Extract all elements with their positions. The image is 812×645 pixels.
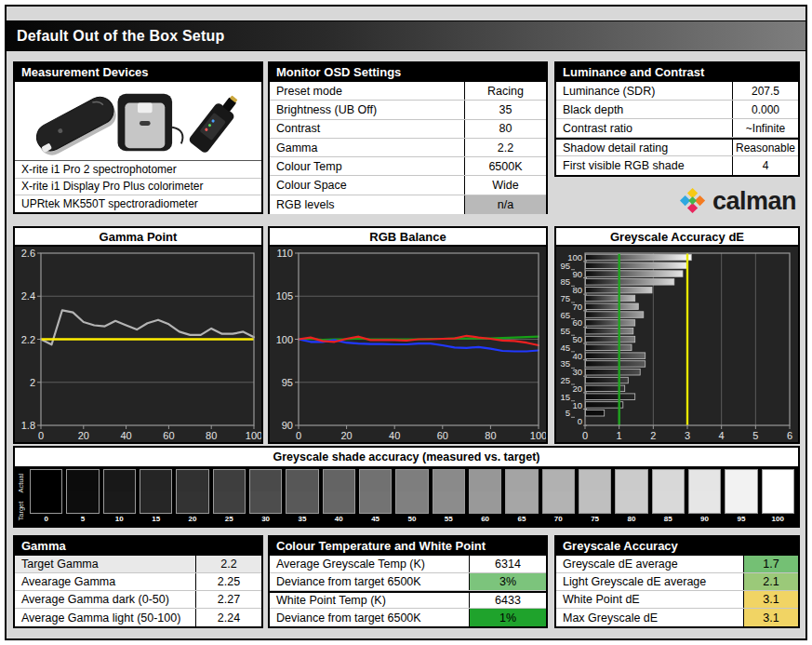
row-value: Reasonable [732,140,798,155]
row-value: 6314 [469,556,546,572]
device-images [15,82,261,161]
greyscale-swatch: 65 [505,469,538,524]
table-row: Avearage Gamma2.25 [15,573,261,591]
svg-text:0: 0 [38,430,44,441]
actual-shade [579,470,610,491]
swatch-label: 25 [213,514,246,524]
row-label: Max Greyscale dE [556,609,743,626]
spectroradiometer-icon [188,91,245,155]
svg-text:5: 5 [752,430,758,441]
svg-text:0: 0 [582,430,588,441]
swatch-label: 85 [652,514,685,524]
row-label: Deviance from target 6500K [270,573,469,590]
strip-row-labels: Actual Target [17,469,30,524]
row-value: 3% [469,573,546,590]
device-list: X-rite i1 Pro 2 spectrophotomerX-rite i1… [15,161,261,213]
table-row: Target Gamma2.2 [15,556,261,573]
svg-text:80: 80 [206,430,217,441]
target-shade [324,491,354,513]
colour-temp-panel: Colour Temperature and White Point Avera… [268,535,548,628]
row-value: 3.1 [743,591,798,608]
row-label: Gamma [270,139,464,156]
row-label: Colour Temp [270,157,464,175]
panel-header: Gamma [15,537,261,556]
svg-text:100: 100 [276,334,293,345]
svg-text:45: 45 [560,343,570,353]
target-shade [250,491,281,513]
svg-text:0: 0 [296,430,301,441]
gamma-table-panel: Gamma Target Gamma2.2Avearage Gamma2.25A… [13,535,263,628]
greyscale-swatch: 20 [176,469,208,524]
actual-shade [689,470,720,491]
greyscale-swatch: 35 [286,469,318,524]
row-value: 1.7 [743,556,798,572]
target-shade [31,491,61,513]
svg-text:100: 100 [530,430,546,441]
greyscale-swatch: 50 [395,469,428,524]
table-row: Colour SpaceWide [270,176,546,195]
row-label: White Point Temp (K) [270,593,469,608]
actual-shade [31,470,61,491]
row-value: n/a [464,195,546,214]
greyscale-swatch: 70 [542,469,575,524]
page-title: Default Out of the Box Setup [7,28,224,45]
row-label: Preset mode [270,82,464,100]
swatch-label: 75 [579,514,611,524]
greyscale-accuracy-de-chart-panel: Greyscale Accuracy dE 051015202530354045… [554,226,800,444]
actual-shade [725,470,756,491]
actual-shade [140,470,171,491]
target-shade [360,491,391,513]
actual-shade [470,470,500,491]
row-value: 2.2 [195,556,261,572]
greyscale-accuracy-rows: Greyscale dE average1.7Light Greyscale d… [556,556,798,626]
target-shade [506,491,537,513]
panel-header: Greyscale Accuracy [556,537,798,556]
svg-text:90: 90 [572,269,582,279]
row-value: 2.1 [743,573,798,590]
svg-text:20: 20 [340,430,352,441]
swatch-label: 60 [469,514,501,524]
swatch-label: 30 [249,514,282,524]
swatch-label: 80 [615,514,647,524]
row-value: 207.5 [732,82,798,100]
title-bar: Default Out of the Box Setup [7,20,805,51]
actual-shade [396,470,427,491]
row-value: 2.25 [195,573,261,590]
row-label: RGB levels [270,195,464,214]
swatch-label: 5 [66,514,99,524]
table-row: Contrast ratio~Infinite [556,119,798,138]
svg-text:105: 105 [276,290,293,302]
actual-shade [506,470,537,491]
colour-temp-rows: Average Greyscale Temp (K)6314Deviance f… [270,556,546,626]
svg-text:110: 110 [276,248,293,259]
svg-text:1.8: 1.8 [21,420,35,431]
rgb-balance-chart: 9095100105110020406080100 [270,247,546,442]
panel-header: Colour Temperature and White Point [270,537,546,556]
device-list-item: X-rite i1 Display Pro Plus colorimeter [15,179,261,196]
svg-text:55: 55 [560,326,570,336]
svg-text:5: 5 [566,408,570,418]
table-row: Colour Temp6500K [270,157,546,176]
swatch-label: 10 [103,514,136,524]
greyscale-accuracy-panel: Greyscale Accuracy Greyscale dE average1… [554,535,800,628]
svg-text:35: 35 [560,358,570,369]
svg-text:2.6: 2.6 [21,248,35,259]
panel-header: Measurement Devices [15,63,261,82]
swatch-label: 70 [542,514,575,524]
table-row: Light Greyscale dE average2.1 [556,573,798,591]
row-label: Average Gamma dark (0-50) [15,591,195,608]
target-label: Target [17,497,30,525]
svg-text:25: 25 [560,375,570,385]
svg-text:2.2: 2.2 [21,334,35,345]
svg-text:15: 15 [560,392,570,402]
table-row: First visible RGB shade4 [556,156,798,175]
svg-text:2.4: 2.4 [21,290,35,302]
luminance-rows: Luminance (SDR)207.5Black depth0.000Cont… [556,82,798,175]
row-label: Greyscale dE average [556,556,743,572]
row-label: Contrast [270,120,464,138]
svg-text:80: 80 [485,430,496,441]
table-row: White Point Temp (K)6433 [270,591,546,609]
actual-shade [104,470,135,491]
gamma-point-chart: 1.822.22.42.6020406080100 [15,247,261,442]
svg-text:60: 60 [437,430,448,441]
